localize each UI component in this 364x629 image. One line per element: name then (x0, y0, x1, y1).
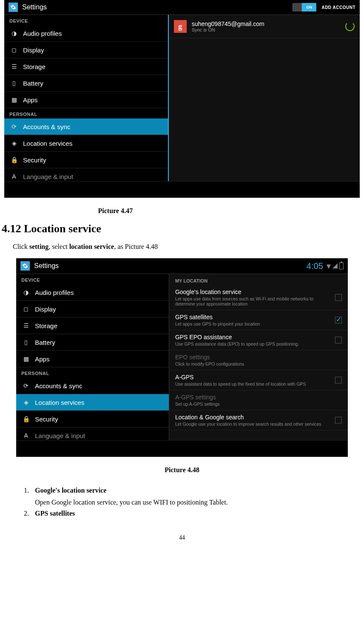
sidebar-item-label: Security (23, 156, 46, 164)
pref-google-location[interactable]: Google's location service Let apps use d… (169, 285, 348, 310)
checkbox[interactable] (335, 417, 342, 424)
sidebar-item-audio[interactable]: ◑Audio profiles (4, 25, 168, 42)
intro-text: Click setting, select location service, … (13, 243, 364, 251)
section-heading: 4.12 Location service (2, 222, 364, 235)
pref-title: EPO settings (175, 354, 342, 361)
description-list: Google's location service Open Google lo… (18, 487, 364, 517)
list-item-title: GPS satellites (35, 510, 351, 517)
sidebar-item-label: Location services (23, 140, 72, 147)
sidebar-item-location[interactable]: ◈Location services (4, 135, 168, 152)
list-item-body: Open Google location service, you can us… (35, 499, 228, 506)
screenshot-447: Settings ON ADD ACCOUNT DEVICE ◑Audio pr… (4, 0, 360, 198)
nav-bar (16, 440, 348, 457)
sidebar-item-language[interactable]: ALanguage & input (4, 168, 168, 181)
pref-gps[interactable]: GPS satellites Let apps use GPS to pinpo… (169, 310, 348, 330)
account-sync-status: Sync is ON (192, 27, 265, 32)
display-icon: ◻ (10, 46, 18, 54)
pref-title: Google's location service (175, 289, 342, 295)
storage-icon: ☰ (10, 63, 18, 70)
wifi-icon: ▾ (326, 261, 331, 271)
pref-agps-settings: A-GPS settings Set up A-GPS settings (169, 390, 348, 410)
account-email: suheng098745@gmail.com (192, 20, 265, 27)
battery-icon: ▯ (10, 79, 18, 87)
sidebar-item-label: Apps (23, 96, 38, 104)
toggle-on-label: ON (302, 3, 316, 12)
apps-icon: ▦ (10, 96, 18, 104)
settings-sidebar: DEVICE ◑Audio profiles ◻Display ☰Storage… (16, 274, 169, 440)
pref-summary: Set up A-GPS settings (175, 401, 342, 407)
sync-status-icon (345, 22, 355, 31)
sidebar-item-audio[interactable]: ◑Audio profiles (16, 284, 169, 301)
settings-sidebar: DEVICE ◑Audio profiles ◻Display ☰Storage… (4, 15, 169, 181)
pref-summary: Click to modify EPO configurations (175, 361, 342, 366)
pref-summary: Let apps use data from sources such as W… (175, 296, 342, 306)
pref-summary: Use assistant data to speed up the fixed… (175, 381, 342, 387)
sidebar-item-display[interactable]: ◻Display (4, 42, 168, 58)
pref-title: Location & Google search (175, 414, 342, 421)
sidebar-item-location[interactable]: ◈Location services (16, 394, 169, 411)
settings-icon (9, 3, 18, 12)
sidebar-item-apps[interactable]: ▦Apps (4, 92, 168, 108)
location-icon: ◈ (10, 139, 18, 147)
checkbox[interactable] (335, 377, 342, 384)
master-toggle[interactable]: ON (292, 3, 316, 12)
checkbox-checked[interactable] (335, 317, 342, 323)
pref-section-header: MY LOCATION (169, 274, 348, 285)
caption-448: Picture 4.48 (0, 466, 364, 474)
nav-bar (4, 181, 360, 198)
page-title: Settings (34, 262, 306, 270)
section-header-personal: PERSONAL (4, 108, 168, 118)
sidebar-item-label: Display (35, 306, 56, 313)
sidebar-item-battery[interactable]: ▯Battery (16, 334, 169, 351)
language-icon: A (10, 173, 18, 180)
sidebar-item-language[interactable]: ALanguage & input (16, 427, 169, 440)
sidebar-item-storage[interactable]: ☰Storage (16, 317, 169, 334)
sidebar-item-accounts[interactable]: ⟳Accounts & sync (4, 118, 168, 135)
caption-447: Picture 4.47 (98, 207, 364, 215)
apps-icon: ▦ (22, 355, 30, 363)
sidebar-item-label: Display (23, 46, 44, 54)
google-badge-icon: g (174, 20, 187, 33)
pref-title: A-GPS settings (175, 394, 342, 401)
pref-title: A-GPS (175, 374, 342, 381)
sidebar-item-label: Accounts & sync (23, 123, 70, 130)
sidebar-item-apps[interactable]: ▦Apps (16, 351, 169, 367)
sidebar-item-label: Storage (35, 322, 58, 329)
sidebar-item-label: Apps (35, 355, 49, 363)
sidebar-item-accounts[interactable]: ⟳Accounts & sync (16, 378, 169, 394)
accounts-pane: g suheng098745@gmail.com Sync is ON (169, 15, 360, 181)
checkbox[interactable] (335, 337, 342, 343)
display-icon: ◻ (22, 305, 30, 313)
sidebar-item-security[interactable]: 🔒Security (4, 152, 168, 168)
sidebar-item-label: Audio profiles (23, 30, 62, 37)
screenshot-448: Settings 4:05 ▾ DEVICE ◑Audio profiles ◻… (16, 258, 348, 457)
pref-summary: Use GPS assistance data (EPO) to speed u… (175, 341, 342, 346)
sync-icon: ⟳ (22, 382, 30, 390)
add-account-button[interactable]: ADD ACCOUNT (321, 5, 355, 10)
sidebar-item-display[interactable]: ◻Display (16, 301, 169, 317)
sidebar-item-storage[interactable]: ☰Storage (4, 58, 168, 75)
sidebar-item-label: Location services (35, 399, 84, 406)
page-number: 44 (0, 534, 364, 541)
settings-icon (20, 261, 30, 271)
language-icon: A (22, 432, 30, 439)
pref-epo[interactable]: GPS EPO assistance Use GPS assistance da… (169, 330, 348, 350)
checkbox[interactable] (335, 294, 342, 301)
sidebar-item-battery[interactable]: ▯Battery (4, 75, 168, 92)
battery-icon: ▯ (22, 338, 30, 346)
pref-location-search[interactable]: Location & Google search Let Google use … (169, 410, 348, 430)
sidebar-item-label: Security (35, 415, 58, 423)
pref-agps[interactable]: A-GPS Use assistant data to speed up the… (169, 370, 348, 390)
lock-icon: 🔒 (22, 415, 30, 423)
sidebar-item-security[interactable]: 🔒Security (16, 411, 169, 427)
storage-icon: ☰ (22, 322, 30, 329)
sidebar-item-label: Audio profiles (35, 289, 74, 296)
sidebar-item-label: Language & input (35, 432, 85, 439)
lock-icon: 🔒 (10, 156, 18, 164)
account-row[interactable]: g suheng098745@gmail.com Sync is ON (169, 15, 360, 38)
titlebar: Settings 4:05 ▾ (16, 258, 348, 274)
clock: 4:05 (306, 261, 323, 271)
audio-icon: ◑ (10, 29, 18, 37)
location-prefs-pane: MY LOCATION Google's location service Le… (169, 274, 348, 440)
pref-title: GPS EPO assistance (175, 334, 342, 340)
